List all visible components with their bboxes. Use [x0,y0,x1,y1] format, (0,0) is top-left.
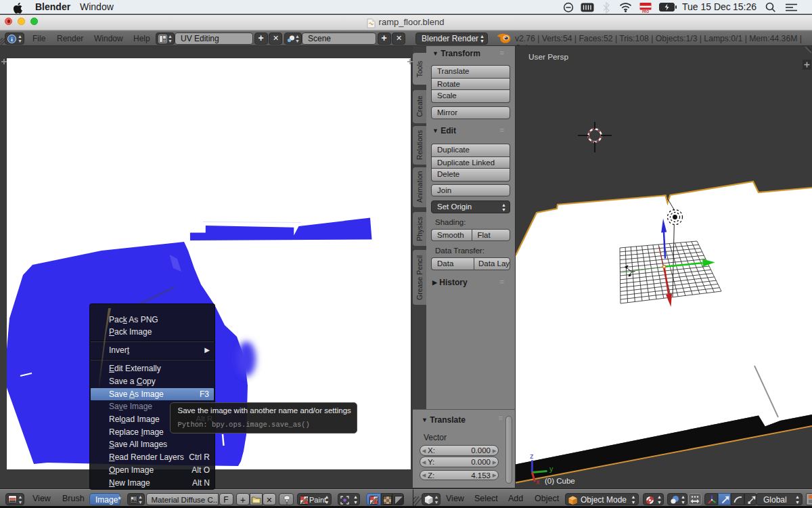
svg-text:(0) Cube: (0) Cube [545,477,575,485]
svg-text:User Persp: User Persp [528,52,568,62]
svg-text:PRO: PRO [642,10,649,13]
svg-text:y: y [549,465,554,473]
svg-text:x: x [536,478,540,486]
svg-text:z: z [530,452,534,460]
